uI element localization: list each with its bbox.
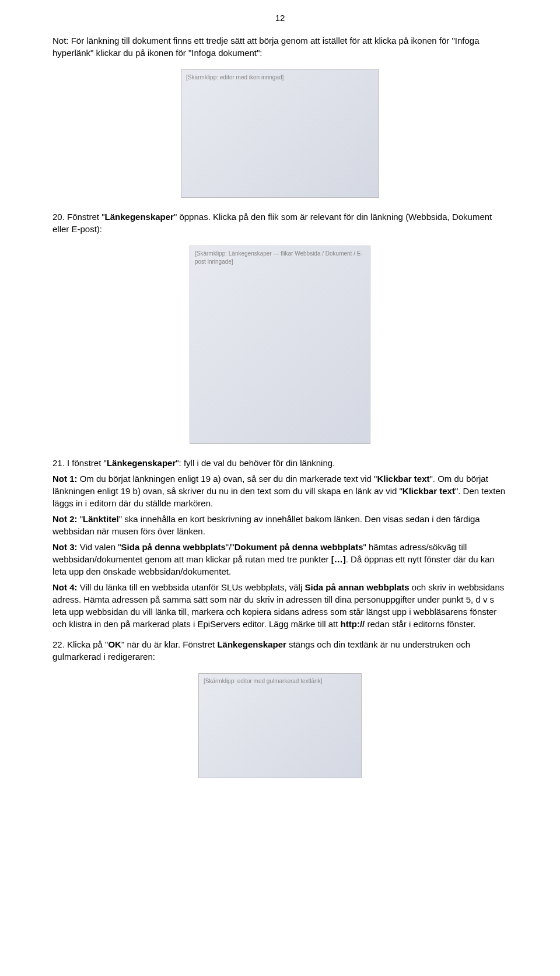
term-klickbar-text: Klickbar text <box>377 474 429 484</box>
note-4: Not 4: Vill du länka till en webbsida ut… <box>52 581 508 630</box>
screenshot-editor-toolbar: [Skärmklipp: editor med ikon inringad] <box>181 69 379 198</box>
step-20: 20. Fönstret "Länkegenskaper" öppnas. Kl… <box>52 211 508 235</box>
term-klickbar-text: Klickbar text <box>402 486 455 496</box>
text: ": fyll i de val du behöver för din länk… <box>176 458 335 468</box>
screenshot-label: [Skärmklipp: editor med ikon inringad] <box>186 74 284 82</box>
text: " <box>78 514 83 524</box>
term-brackets: […] <box>331 554 346 564</box>
text: 20. Fönstret " <box>52 212 105 222</box>
note-label: Not 3: <box>52 542 78 552</box>
note-label: Not 2: <box>52 514 78 524</box>
text: redan står i editorns fönster. <box>365 619 475 629</box>
text: 21. I fönstret " <box>52 458 107 468</box>
note-3: Not 3: Vid valen "Sida på denna webbplat… <box>52 541 508 578</box>
text: 22. Klicka på " <box>52 639 108 649</box>
term-dokument-pa-denna-webbplats: Dokument på denna webbplats <box>235 542 363 552</box>
note-2: Not 2: "Länktitel" ska innehålla en kort… <box>52 513 508 537</box>
term-sida-pa-annan-webbplats: Sida på annan webbplats <box>304 582 409 592</box>
screenshot-lankegenskaper-dialog: [Skärmklipp: Länkegenskaper — flikar Web… <box>190 246 370 444</box>
note-label: Not 4: <box>52 582 78 592</box>
screenshot-editor-highlighted-link: [Skärmklipp: editor med gulmarkerad text… <box>198 673 362 778</box>
term-lanktitel: Länktitel <box>83 514 119 524</box>
term-lankegenskaper: Länkegenskaper <box>107 458 176 468</box>
text: Om du börjat länkningen enligt 19 a) ova… <box>78 474 377 484</box>
intro-note: Not: För länkning till dokument finns et… <box>52 34 508 59</box>
term-http: http:// <box>341 619 365 629</box>
text: " när du är klar. Fönstret <box>121 639 218 649</box>
text: "/" <box>226 542 235 552</box>
text: Vill du länka till en webbsida utanför S… <box>78 582 305 592</box>
screenshot-label: [Skärmklipp: Länkegenskaper — flikar Web… <box>195 250 370 266</box>
page-number: 12 <box>52 12 508 24</box>
screenshot-label: [Skärmklipp: editor med gulmarkerad text… <box>204 677 322 685</box>
term-lankegenskaper: Länkegenskaper <box>105 212 174 222</box>
term-sida-pa-denna-webbplats: Sida på denna webbplats <box>121 542 226 552</box>
step-21: 21. I fönstret "Länkegenskaper": fyll i … <box>52 457 508 469</box>
note-label: Not 1: <box>52 474 78 484</box>
step-22: 22. Klicka på "OK" när du är klar. Fönst… <box>52 638 508 663</box>
text: Vid valen " <box>78 542 121 552</box>
term-ok: OK <box>108 639 121 649</box>
note-1: Not 1: Om du börjat länkningen enligt 19… <box>52 473 508 509</box>
term-lankegenskaper: Länkegenskaper <box>217 639 286 649</box>
